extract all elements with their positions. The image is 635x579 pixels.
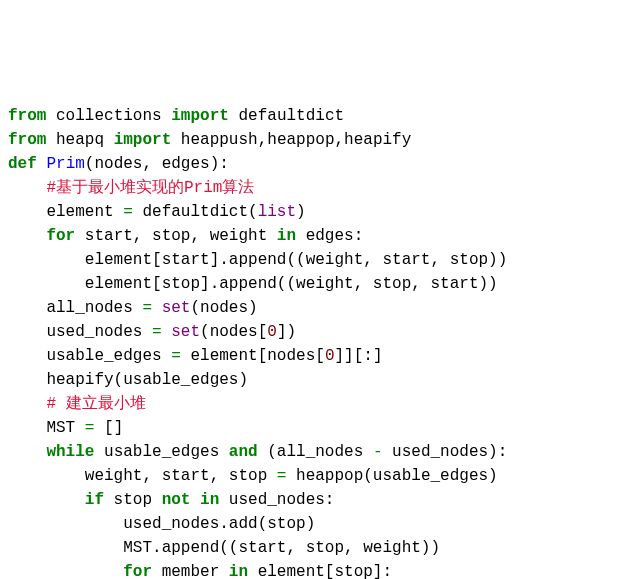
- txt: (nodes[: [200, 323, 267, 341]
- op-eq: =: [277, 467, 287, 485]
- op-eq: =: [142, 299, 152, 317]
- txt: ): [296, 203, 306, 221]
- names: heappush,heappop,heapify: [181, 131, 411, 149]
- txt: edges:: [296, 227, 363, 245]
- txt: element[start].append((weight, start, st…: [85, 251, 507, 269]
- txt: heapify(usable_edges): [46, 371, 248, 389]
- txt: usable_edges: [94, 443, 228, 461]
- txt: heappop(usable_edges): [286, 467, 497, 485]
- txt: used_nodes:: [219, 491, 334, 509]
- txt: element[stop]:: [248, 563, 392, 579]
- txt: []: [94, 419, 123, 437]
- txt: used_nodes: [46, 323, 152, 341]
- kw-in: in: [277, 227, 296, 245]
- kw-for: for: [123, 563, 152, 579]
- builtin: set: [162, 299, 191, 317]
- txt: ]][:]: [334, 347, 382, 365]
- kw-not: not: [162, 491, 191, 509]
- txt: used_nodes.add(stop): [123, 515, 315, 533]
- txt: member: [152, 563, 229, 579]
- op-eq: =: [85, 419, 95, 437]
- txt: weight, start, stop: [85, 467, 277, 485]
- txt: MST.append((start, stop, weight)): [123, 539, 440, 557]
- txt: MST: [46, 419, 84, 437]
- num: 0: [267, 323, 277, 341]
- kw-while: while: [46, 443, 94, 461]
- txt: defaultdict(: [133, 203, 258, 221]
- op-eq: =: [152, 323, 162, 341]
- comment: # 建立最小堆: [46, 395, 145, 413]
- kw-import: import: [171, 107, 229, 125]
- kw-in: in: [229, 563, 248, 579]
- kw-if: if: [85, 491, 104, 509]
- txt: element: [46, 203, 123, 221]
- txt: [152, 299, 162, 317]
- txt: start, stop, weight: [75, 227, 277, 245]
- op-eq: =: [123, 203, 133, 221]
- op-eq: =: [171, 347, 181, 365]
- txt: ]): [277, 323, 296, 341]
- txt: used_nodes):: [382, 443, 507, 461]
- txt: (all_nodes: [258, 443, 373, 461]
- kw-in: in: [200, 491, 219, 509]
- comment: #基于最小堆实现的Prim算法: [46, 179, 254, 197]
- builtin: list: [258, 203, 296, 221]
- txt: all_nodes: [46, 299, 142, 317]
- kw-import: import: [114, 131, 172, 149]
- params: (nodes, edges):: [85, 155, 229, 173]
- txt: stop: [104, 491, 162, 509]
- txt: element[nodes[: [181, 347, 325, 365]
- txt: element[stop].append((weight, stop, star…: [85, 275, 498, 293]
- kw-def: def: [8, 155, 37, 173]
- name: defaultdict: [238, 107, 344, 125]
- txt: usable_edges: [46, 347, 171, 365]
- builtin: set: [171, 323, 200, 341]
- kw-from: from: [8, 107, 46, 125]
- txt: (nodes): [190, 299, 257, 317]
- kw-from: from: [8, 131, 46, 149]
- mod: heapq: [56, 131, 104, 149]
- mod: collections: [56, 107, 162, 125]
- txt: [162, 323, 172, 341]
- fn-name: Prim: [46, 155, 84, 173]
- kw-and: and: [229, 443, 258, 461]
- code-block: from collections import defaultdict from…: [8, 104, 627, 579]
- kw-for: for: [46, 227, 75, 245]
- txt: [190, 491, 200, 509]
